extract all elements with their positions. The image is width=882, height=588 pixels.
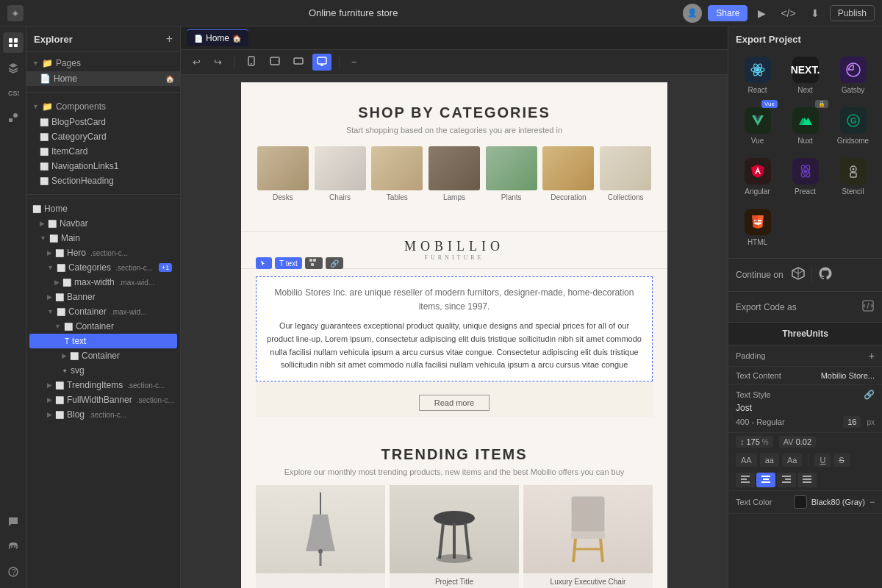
category-decoration-label: Decoration <box>542 193 596 201</box>
export-nuxt[interactable]: 🔒 Nuxt <box>784 103 827 149</box>
export-code-button[interactable] <box>861 299 875 315</box>
tree-banner[interactable]: ▶ ⬜ Banner <box>26 290 180 304</box>
tree-max-width[interactable]: ▶ ⬜ max-width .max-wid... <box>26 275 180 290</box>
section-heading-item[interactable]: ⬜ SectionHeading <box>26 173 180 188</box>
category-collections[interactable]: Collections <box>598 146 653 201</box>
tree-fullwidth[interactable]: ▶ ⬜ FullWidthBanner .section-c... <box>26 392 180 407</box>
export-react[interactable]: React <box>736 52 779 98</box>
format-aa1-button[interactable]: AA <box>736 453 757 467</box>
tree-navbar[interactable]: ▶ ⬜ Navbar <box>26 216 180 231</box>
undo-button[interactable]: ↩ <box>188 54 205 70</box>
svg-text:CSS: CSS <box>8 90 19 97</box>
category-decoration[interactable]: Decoration <box>542 146 596 201</box>
category-plants[interactable]: Plants <box>484 146 539 201</box>
tablet2-view-button[interactable] <box>289 54 308 71</box>
text-content-block[interactable]: Mobilio Stores Inc. are unique reseller … <box>256 276 653 381</box>
align-right-button[interactable] <box>777 473 796 487</box>
export-react-label: React <box>747 86 767 94</box>
svg-rect-11 <box>270 57 279 65</box>
tree-trending[interactable]: ▶ ⬜ TrendingItems .section-c... <box>26 378 180 392</box>
category-desks[interactable]: Desks <box>256 146 310 201</box>
align-justify-button[interactable] <box>797 473 817 487</box>
format-aa3-button[interactable]: Aa <box>782 453 802 467</box>
play-button[interactable]: ▶ <box>753 5 770 21</box>
category-chairs[interactable]: Chairs <box>313 146 368 201</box>
publish-button[interactable]: Publish <box>830 5 875 21</box>
category-tables[interactable]: Tables <box>370 146 424 201</box>
tree-svg[interactable]: ✦ svg <box>26 363 180 378</box>
blog-post-card-item[interactable]: ⬜ BlogPostCard <box>26 115 180 129</box>
export-gridsome[interactable]: G Gridsome <box>831 103 875 149</box>
tree-blog[interactable]: ▶ ⬜ Blog .section-c... <box>26 407 180 422</box>
mobile-view-button[interactable] <box>242 54 261 71</box>
icon-bar-css[interactable]: CSS <box>3 82 24 103</box>
color-display: Black80 (Gray) − <box>794 495 875 509</box>
export-stencil[interactable]: Stencil <box>831 154 875 200</box>
home-page-item[interactable]: 📄 Home 🏠 <box>26 71 180 86</box>
tree-container3[interactable]: ▶ ⬜ Container <box>26 348 180 363</box>
export-angular-label: Angular <box>745 187 770 196</box>
code-button[interactable]: </> <box>776 5 800 21</box>
nav-links-item[interactable]: ⬜ NavigationLinks1 <box>26 159 180 173</box>
align-left-button[interactable] <box>736 473 755 487</box>
underline-button[interactable]: U <box>814 453 831 467</box>
tree-categories[interactable]: ▼ ⬜ Categories .section-c... +1 <box>26 260 180 275</box>
tree-hero[interactable]: ▶ ⬜ Hero .section-c... <box>26 245 180 260</box>
font-size-value: 16 <box>843 416 861 428</box>
product-stool[interactable]: Project Title <box>390 485 519 588</box>
export-grid: React NEXT. Next Gatsby <box>736 52 875 251</box>
tree-text[interactable]: T text <box>29 334 177 348</box>
item-card-item[interactable]: ⬜ ItemCard <box>26 144 180 159</box>
icon-bar-chat[interactable] <box>3 512 24 532</box>
category-card-item[interactable]: ⬜ CategoryCard <box>26 129 180 144</box>
strikethrough-button[interactable]: S <box>833 453 849 467</box>
toolbar-separator-2 <box>339 56 340 69</box>
style-tool-btn[interactable] <box>305 257 323 269</box>
export-vue[interactable]: Vue Vue <box>736 103 779 149</box>
tree-container2[interactable]: ▼ ⬜ Container <box>26 319 180 334</box>
share-button[interactable]: Share <box>708 5 747 21</box>
export-angular[interactable]: Angular <box>736 154 779 200</box>
product-chair[interactable]: Luxury Executive Chair <box>523 485 653 588</box>
icon-bar-assets[interactable] <box>3 107 24 128</box>
icon-bar-help[interactable]: ? <box>3 562 24 582</box>
text-style-link-button[interactable]: 🔗 <box>864 390 875 400</box>
color-minus-button[interactable]: − <box>870 497 875 507</box>
box3d-icon[interactable] <box>791 266 806 284</box>
download-button[interactable]: ⬇ <box>806 5 824 21</box>
padding-add-button[interactable]: + <box>869 350 875 362</box>
format-aa2-button[interactable]: aa <box>760 453 779 467</box>
line-height-icon: ↕ <box>740 437 745 446</box>
trending-section: TRENDING ITEMS Explore our monthly most … <box>241 431 667 588</box>
text-tool-btn-active[interactable]: T text <box>275 257 302 269</box>
components-header[interactable]: ▼ 📁 Components <box>26 98 180 115</box>
product-lamp[interactable] <box>256 485 385 588</box>
pages-header[interactable]: ▼ 📁 Pages <box>26 55 180 71</box>
select-tool-btn[interactable] <box>256 257 272 269</box>
tree-home[interactable]: ⬜ Home <box>26 201 180 216</box>
tablet-view-button[interactable] <box>265 54 284 71</box>
link-tool-btn[interactable]: 🔗 <box>326 257 343 269</box>
tab-bar: 📄 Home 🏠 <box>181 26 728 50</box>
tree-main[interactable]: ▼ ⬜ Main <box>26 231 180 245</box>
tree-container[interactable]: ▼ ⬜ Container .max-wid... <box>26 304 180 319</box>
zoom-out-button[interactable]: − <box>347 54 362 70</box>
desktop-view-button[interactable] <box>312 54 331 71</box>
home-active-icon: 🏠 <box>165 75 174 83</box>
export-gatsby[interactable]: Gatsby <box>831 52 875 98</box>
align-center-button[interactable] <box>756 473 775 487</box>
export-next[interactable]: NEXT. Next <box>784 52 827 98</box>
icon-bar-layers[interactable] <box>3 57 24 78</box>
export-preact-label: Preact <box>795 187 816 196</box>
icon-bar-discord[interactable] <box>3 537 24 557</box>
export-html[interactable]: HTML <box>736 204 779 251</box>
add-element-button[interactable]: + <box>166 32 173 46</box>
color-swatch[interactable] <box>794 495 807 509</box>
redo-button[interactable]: ↪ <box>209 54 226 70</box>
export-preact[interactable]: Preact <box>784 154 827 200</box>
tab-home[interactable]: 📄 Home 🏠 <box>187 29 248 46</box>
github-icon[interactable] <box>818 266 833 284</box>
icon-bar-pages[interactable] <box>3 32 24 53</box>
read-more-button[interactable]: Read more <box>419 395 490 411</box>
category-lamps[interactable]: Lamps <box>427 146 481 201</box>
